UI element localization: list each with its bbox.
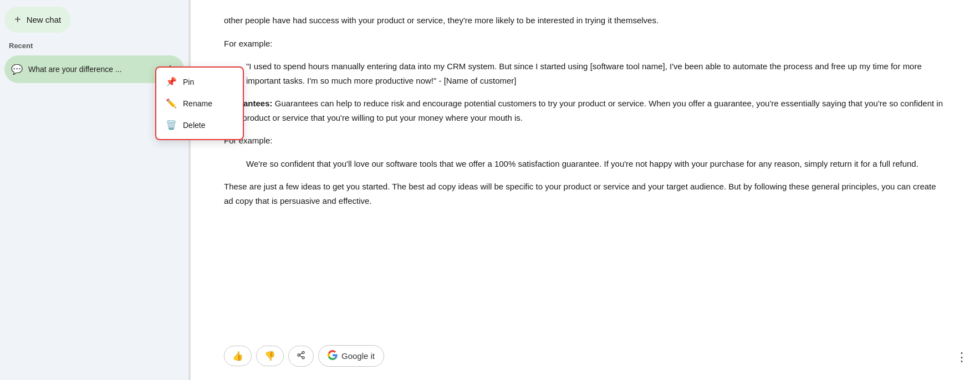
pin-menu-item[interactable]: 📌 Pin [156, 71, 243, 93]
google-it-label: Google it [341, 351, 375, 361]
closing-paragraph: These are just a few ideas to get you st… [224, 179, 947, 208]
rename-menu-item[interactable]: ✏️ Rename [156, 93, 243, 114]
thumbs-up-button[interactable]: 👍 [224, 346, 252, 366]
main-content: other people have had success with your … [191, 0, 980, 380]
chat-item-left: 💬 What are your difference ... [11, 64, 159, 75]
quote-1: "I used to spend hours manually entering… [246, 59, 947, 88]
svg-line-3 [300, 356, 303, 357]
new-chat-label: New chat [27, 15, 62, 24]
content-area: other people have had success with your … [191, 0, 980, 336]
action-bar: 👍 👎 Google it [191, 336, 980, 380]
recent-label: Recent [4, 39, 184, 51]
pin-icon: 📌 [166, 76, 176, 87]
thumbs-up-icon: 👍 [232, 351, 243, 361]
quote-2: We're so confident that you'll love our … [246, 157, 947, 171]
thumbs-down-icon: 👎 [264, 351, 275, 361]
guarantees-text: Guarantees can help to reduce risk and e… [224, 99, 943, 122]
share-button[interactable] [288, 346, 314, 367]
rename-label: Rename [183, 99, 212, 108]
for-example-1: For example: [224, 37, 947, 51]
paragraph-intro: other people have had success with your … [224, 13, 947, 28]
rename-icon: ✏️ [166, 98, 176, 109]
new-chat-button[interactable]: + New chat [4, 7, 71, 33]
pin-label: Pin [183, 78, 194, 86]
more-options-button[interactable]: ⋮ [952, 347, 971, 368]
share-icon [297, 351, 305, 362]
more-vert-icon: ⋮ [956, 350, 968, 364]
delete-label: Delete [183, 121, 205, 130]
plus-icon: + [14, 13, 21, 26]
chat-item-text: What are your difference ... [28, 65, 122, 74]
delete-menu-item[interactable]: 🗑️ Delete [156, 114, 243, 136]
svg-line-4 [300, 353, 303, 355]
google-it-button[interactable]: Google it [318, 345, 384, 367]
chat-bubble-icon: 💬 [11, 64, 23, 75]
context-menu: 📌 Pin ✏️ Rename 🗑️ Delete [155, 66, 244, 140]
sidebar: + New chat Recent 💬 What are your differ… [0, 0, 188, 380]
google-logo [328, 350, 338, 362]
for-example-2: For example: [224, 133, 947, 148]
delete-icon: 🗑️ [166, 120, 176, 130]
thumbs-down-button[interactable]: 👎 [256, 346, 284, 366]
guarantees-paragraph: Guarantees: Guarantees can help to reduc… [224, 96, 947, 125]
